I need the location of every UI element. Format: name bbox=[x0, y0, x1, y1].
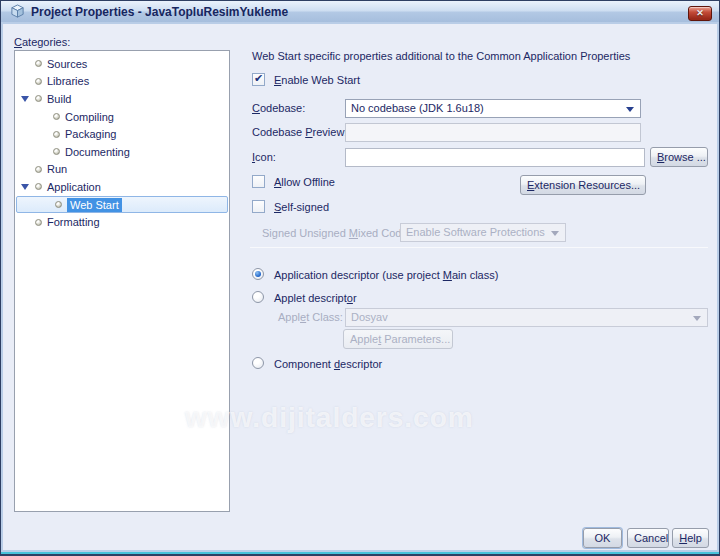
tree-item-label: Packaging bbox=[65, 128, 116, 140]
categories-label: Categories: bbox=[14, 36, 70, 48]
project-cube-icon bbox=[10, 4, 25, 21]
bullet-icon bbox=[53, 148, 60, 155]
bullet-icon bbox=[35, 95, 42, 102]
collapse-triangle-icon[interactable] bbox=[15, 96, 35, 102]
tree-item-run[interactable]: Run bbox=[15, 161, 229, 179]
tree-item-label: Run bbox=[47, 163, 67, 175]
bullet-icon bbox=[53, 131, 60, 138]
applet-parameters-button: Applet Parameters... bbox=[343, 329, 453, 349]
window-bottom-accent bbox=[1, 552, 719, 554]
applet-descriptor-radio[interactable] bbox=[252, 291, 264, 303]
collapse-triangle-icon[interactable] bbox=[15, 184, 35, 190]
dialog-content: Categories: Sources Libraries Build Comp… bbox=[3, 24, 717, 550]
application-descriptor-radio[interactable] bbox=[252, 268, 264, 280]
bullet-icon bbox=[35, 78, 42, 85]
component-descriptor-radio[interactable] bbox=[252, 357, 264, 369]
codebase-preview-input bbox=[345, 123, 641, 142]
cancel-button[interactable]: Cancel bbox=[627, 528, 669, 548]
tree-item-sources[interactable]: Sources bbox=[15, 55, 229, 73]
close-icon[interactable]: ✕ bbox=[688, 6, 712, 21]
applet-class-selected-value: Dosyav bbox=[351, 311, 388, 323]
component-descriptor-label: Component descriptor bbox=[274, 358, 382, 370]
tree-item-documenting[interactable]: Documenting bbox=[15, 143, 229, 161]
tree-item-compiling[interactable]: Compiling bbox=[15, 108, 229, 126]
tree-item-packaging[interactable]: Packaging bbox=[15, 125, 229, 143]
icon-label: Icon: bbox=[252, 151, 276, 163]
bullet-icon bbox=[35, 166, 42, 173]
tree-item-label: Formatting bbox=[47, 216, 100, 228]
tree-item-label: Libraries bbox=[47, 75, 89, 87]
panel-header: Web Start specific properties additional… bbox=[252, 50, 630, 62]
bullet-icon bbox=[53, 113, 60, 120]
tree-item-build[interactable]: Build bbox=[15, 90, 229, 108]
applet-class-label: Applet Class: bbox=[278, 311, 343, 323]
section-divider bbox=[250, 247, 708, 248]
tree-item-label: Documenting bbox=[65, 146, 130, 158]
codebase-label: Codebase: bbox=[252, 102, 305, 114]
self-signed-checkbox[interactable] bbox=[252, 200, 265, 213]
tree-item-libraries[interactable]: Libraries bbox=[15, 73, 229, 91]
chevron-down-icon bbox=[693, 316, 701, 321]
tree-item-label: Compiling bbox=[65, 111, 114, 123]
browse-button[interactable]: Browse ... bbox=[650, 147, 708, 167]
tree-item-application[interactable]: Application bbox=[15, 178, 229, 196]
application-descriptor-label: Application descriptor (use project Main… bbox=[274, 269, 498, 281]
project-properties-dialog: Project Properties - JavaTopluResimYukle… bbox=[0, 0, 720, 556]
watermark-text: www.dijitalders.com bbox=[185, 402, 495, 434]
icon-input[interactable] bbox=[345, 148, 645, 167]
chevron-down-icon bbox=[551, 231, 559, 236]
ok-button[interactable]: OK bbox=[583, 528, 622, 548]
bullet-icon bbox=[35, 219, 42, 226]
enable-web-start-checkbox[interactable] bbox=[252, 73, 265, 86]
tree-item-label: Web Start bbox=[67, 198, 122, 212]
tree-item-label: Build bbox=[47, 93, 71, 105]
mixed-code-selected-value: Enable Software Protections bbox=[406, 226, 545, 238]
codebase-preview-label: Codebase Preview: bbox=[252, 126, 347, 138]
tree-item-label: Application bbox=[47, 181, 101, 193]
title-bar: Project Properties - JavaTopluResimYukle… bbox=[1, 1, 719, 23]
help-button[interactable]: Help bbox=[672, 528, 709, 548]
codebase-select[interactable]: No codebase (JDK 1.6u18) bbox=[345, 99, 641, 118]
categories-tree: Sources Libraries Build Compiling Packag bbox=[14, 50, 230, 512]
self-signed-label: Self-signed bbox=[274, 201, 329, 213]
bullet-icon bbox=[35, 60, 42, 67]
bullet-icon bbox=[55, 201, 62, 208]
applet-class-select: Dosyav bbox=[345, 308, 708, 327]
tree-item-formatting[interactable]: Formatting bbox=[15, 213, 229, 231]
allow-offline-label: Allow Offline bbox=[274, 176, 335, 188]
chevron-down-icon bbox=[626, 107, 634, 112]
extension-resources-button[interactable]: Extension Resources... bbox=[520, 175, 646, 195]
bullet-icon bbox=[35, 183, 42, 190]
window-title: Project Properties - JavaTopluResimYukle… bbox=[31, 5, 288, 19]
applet-descriptor-label: Applet descriptor bbox=[274, 292, 357, 304]
tree-item-web-start[interactable]: Web Start bbox=[16, 196, 228, 214]
allow-offline-checkbox[interactable] bbox=[252, 175, 265, 188]
enable-web-start-label: Enable Web Start bbox=[274, 74, 360, 86]
mixed-code-label: Signed Unsigned Mixed Code: bbox=[262, 227, 411, 239]
codebase-selected-value: No codebase (JDK 1.6u18) bbox=[351, 102, 484, 114]
mixed-code-select: Enable Software Protections bbox=[400, 223, 566, 242]
tree-item-label: Sources bbox=[47, 58, 87, 70]
